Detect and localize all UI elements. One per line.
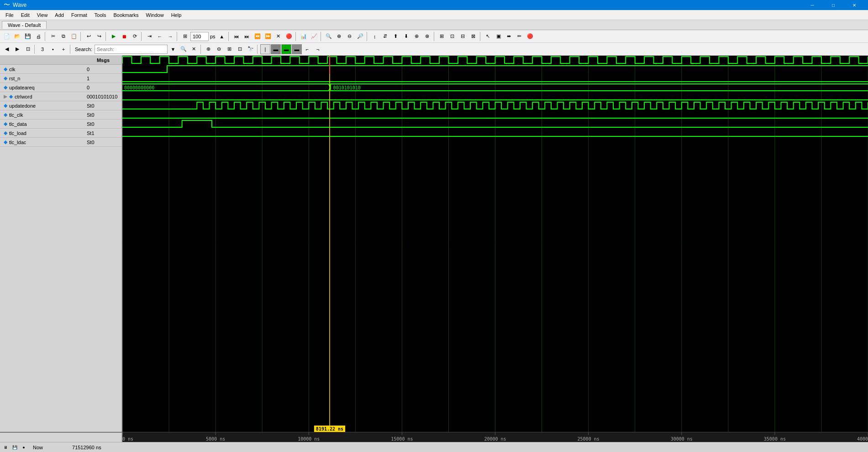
color-btn[interactable]: 🔴 — [525, 31, 535, 42]
search-go-btn[interactable]: 🔍 — [179, 44, 189, 54]
save-button[interactable]: 💾 — [23, 31, 33, 42]
menu-help[interactable]: Help — [168, 11, 185, 19]
cut-button[interactable]: ✂ — [48, 31, 58, 42]
menu-tools[interactable]: Tools — [91, 11, 110, 19]
menu-format[interactable]: Format — [68, 11, 91, 19]
zoom-in-btn[interactable]: ⊕ — [334, 31, 344, 42]
maximize-button[interactable]: □ — [823, 0, 843, 10]
copy-button[interactable]: ⧉ — [58, 31, 68, 42]
stop-button[interactable]: ⏹ — [119, 31, 129, 42]
disp-btn5[interactable]: ⌐ — [302, 44, 312, 54]
select-btn[interactable]: ▣ — [494, 31, 504, 42]
signal-row-ctrlword[interactable]: ▶◆ctrlword00010101010 — [0, 92, 121, 101]
main-area: Msgs ◆clk0◆rst_n1◆updateareq0▶◆ctrlword0… — [0, 56, 868, 442]
nav-btn4[interactable]: ⏩ — [263, 31, 273, 42]
tb2-btn1[interactable]: ◀ — [2, 44, 12, 54]
tb2-btn5[interactable]: • — [48, 44, 58, 54]
zoom2-btn3[interactable]: ⊞ — [225, 44, 235, 54]
window-title: Wave — [13, 2, 26, 8]
tb2-btn6[interactable]: + — [58, 44, 68, 54]
cursor-btn1[interactable]: ↕ — [370, 31, 380, 42]
nav-btn6[interactable]: 🔴 — [284, 31, 294, 42]
pan-btn[interactable]: ⬌ — [504, 31, 514, 42]
signal-name-tlc_data: ◆tlc_data — [0, 121, 85, 127]
open-button[interactable]: 📂 — [12, 31, 22, 42]
zoom-out-btn[interactable]: ⊖ — [345, 31, 355, 42]
menu-bookmarks[interactable]: Bookmarks — [110, 11, 142, 19]
menu-add[interactable]: Add — [51, 11, 68, 19]
tab-wave-default[interactable]: Wave - Default — [2, 21, 47, 29]
cursor-btn3[interactable]: ⬆ — [391, 31, 401, 42]
waveform-display[interactable] — [122, 56, 868, 432]
tool-btn4[interactable]: ⊠ — [468, 31, 479, 42]
disp-btn3[interactable]: ▬ — [281, 44, 291, 54]
signal-row-updateareq[interactable]: ◆updateareq0 — [0, 83, 121, 92]
signal-name-updateareq: ◆updateareq — [0, 84, 85, 90]
signal-row-clk[interactable]: ◆clk0 — [0, 65, 121, 74]
waveform-canvas[interactable] — [122, 56, 868, 432]
signal-name-ctrlword: ▶◆ctrlword — [0, 94, 85, 99]
tb2-btn3[interactable]: ⊡ — [23, 44, 33, 54]
zoom-fit-btn[interactable]: 🔍 — [324, 31, 334, 42]
cursor-btn5[interactable]: ⊕ — [412, 31, 422, 42]
paste-button[interactable]: 📋 — [69, 31, 79, 42]
new-button[interactable]: 📄 — [2, 31, 12, 42]
tb2-btn2[interactable]: ▶ — [12, 44, 22, 54]
snap-btn[interactable]: ⊞ — [180, 31, 190, 42]
nav-btn1[interactable]: ⏮ — [231, 31, 242, 42]
cursor-btn4[interactable]: ⬇ — [401, 31, 411, 42]
signal-row-tlc_ldac[interactable]: ◆tlc_ldacSt0 — [0, 138, 121, 147]
draw-btn[interactable]: ✏ — [515, 31, 525, 42]
search-input[interactable] — [95, 45, 168, 54]
sep7 — [295, 32, 297, 41]
undo-button[interactable]: ↩ — [84, 31, 94, 42]
time-axis-canvas — [122, 432, 868, 442]
wave-btn1[interactable]: 📊 — [299, 31, 309, 42]
menu-view[interactable]: View — [33, 11, 52, 19]
step-btn2[interactable]: ← — [155, 31, 165, 42]
zoom-sel-btn[interactable]: 🔎 — [355, 31, 365, 42]
tool-btn3[interactable]: ⊟ — [458, 31, 468, 42]
restart-button[interactable]: ⟳ — [130, 31, 140, 42]
pointer-btn[interactable]: ↖ — [483, 31, 493, 42]
zoom2-btn1[interactable]: ⊕ — [204, 44, 214, 54]
cursor-btn6[interactable]: ⊗ — [422, 31, 432, 42]
signal-row-tlc_load[interactable]: ◆tlc_loadSt1 — [0, 129, 121, 138]
menu-file[interactable]: File — [2, 11, 17, 19]
redo-button[interactable]: ↪ — [94, 31, 104, 42]
search-clear-btn[interactable]: ✕ — [189, 44, 199, 54]
signal-row-rst_n[interactable]: ◆rst_n1 — [0, 74, 121, 83]
step-btn1[interactable]: ⇥ — [144, 31, 154, 42]
step-btn3[interactable]: → — [165, 31, 175, 42]
nav-btn2[interactable]: ⏭ — [242, 31, 252, 42]
disp-btn4[interactable]: ▬ — [292, 44, 302, 54]
run-button[interactable]: ▶ — [109, 31, 119, 42]
print-button[interactable]: 🖨 — [33, 31, 43, 42]
cursor-btn2[interactable]: ⇵ — [380, 31, 390, 42]
diamond-icon-clk: ◆ — [4, 66, 7, 72]
tb2-btn4[interactable]: 3 — [37, 44, 47, 54]
tool-btn1[interactable]: ⊞ — [437, 31, 447, 42]
menu-edit[interactable]: Edit — [17, 11, 33, 19]
disp-btn1[interactable]: | — [260, 44, 270, 54]
disp-btn6[interactable]: ¬ — [313, 44, 323, 54]
tool-btn2[interactable]: ⊡ — [447, 31, 458, 42]
signal-row-tlc_clk[interactable]: ◆tlc_clkSt0 — [0, 110, 121, 119]
minimize-button[interactable]: ─ — [802, 0, 822, 10]
time-value-input[interactable] — [190, 32, 209, 41]
menu-window[interactable]: Window — [142, 11, 168, 19]
time-up-btn[interactable]: ▲ — [217, 31, 227, 42]
zoom2-btn5[interactable]: 🔭 — [246, 44, 256, 54]
close-button[interactable]: ✕ — [844, 0, 864, 10]
now-status-group: 🖥 💾 ● Now 71512960 ns — [2, 444, 101, 451]
zoom2-btn2[interactable]: ⊖ — [214, 44, 224, 54]
nav-btn5[interactable]: ✕ — [274, 31, 284, 42]
signal-row-tlc_data[interactable]: ◆tlc_dataSt0 — [0, 119, 121, 129]
search-dropdown-btn[interactable]: ▼ — [168, 44, 178, 54]
signal-row-updatedone[interactable]: ◆updatedoneSt0 — [0, 101, 121, 110]
nav-btn3[interactable]: ⏪ — [253, 31, 263, 42]
expand-icon-ctrlword[interactable]: ▶ — [4, 94, 7, 99]
disp-btn2[interactable]: ▬ — [271, 44, 281, 54]
zoom2-btn4[interactable]: ⊡ — [235, 44, 245, 54]
wave-btn2[interactable]: 📈 — [309, 31, 319, 42]
